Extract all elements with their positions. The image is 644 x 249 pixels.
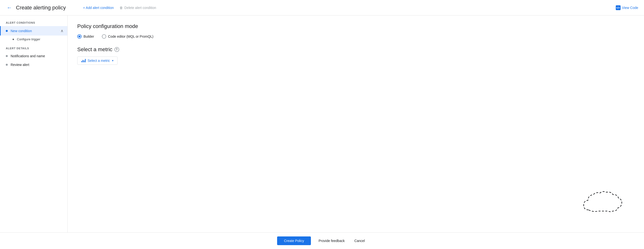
select-metric-title-text: Select a metric [77, 46, 112, 53]
help-icon[interactable]: ? [114, 47, 119, 52]
new-condition-label: New condition [10, 29, 58, 33]
configure-trigger-label: Configure trigger [17, 38, 40, 41]
code-editor-radio-label: Code editor (MQL or PromQL) [108, 35, 154, 38]
review-alert-label: Review alert [10, 63, 64, 67]
cancel-button[interactable]: Cancel [352, 236, 367, 245]
add-alert-condition-button[interactable]: + Add alert condition [83, 6, 114, 10]
chevron-up-icon: ∧ [60, 29, 64, 33]
builder-radio-circle [77, 34, 82, 39]
config-mode-radio-group: Builder Code editor (MQL or PromQL) [77, 34, 634, 39]
sidebar-item-new-condition[interactable]: New condition ∧ [0, 26, 67, 36]
sidebar-item-configure-trigger[interactable]: Configure trigger [0, 36, 67, 43]
active-dot-icon [6, 30, 8, 32]
alert-details-section-title: ALERT DETAILS [0, 47, 67, 50]
select-metric-section-title: Select a metric ? [77, 46, 634, 53]
inactive-dot-icon-2 [6, 64, 8, 66]
create-policy-button[interactable]: Create Policy [277, 236, 311, 245]
header-actions: + Add alert condition 🗑 Delete alert con… [74, 6, 616, 10]
builder-radio-option[interactable]: Builder [77, 34, 94, 39]
footer: Create Policy Provide feedback Cancel [0, 232, 644, 249]
view-code-button[interactable]: </> View Code [616, 5, 638, 10]
delete-condition-label: Delete alert condition [124, 6, 156, 10]
view-code-label: View Code [622, 6, 638, 10]
provide-feedback-button[interactable]: Provide feedback [317, 236, 346, 245]
alert-conditions-section-title: ALERT CONDITIONS [0, 21, 67, 24]
add-icon: + Add alert condition [83, 6, 114, 10]
trash-icon: 🗑 [120, 6, 123, 10]
page-title: Create alerting policy [16, 5, 66, 11]
inactive-dot-icon-1 [6, 55, 8, 57]
app-header: ← Create alerting policy + Add alert con… [0, 0, 644, 16]
code-editor-radio-circle [102, 34, 106, 39]
header-left: ← Create alerting policy [6, 4, 74, 12]
code-editor-radio-option[interactable]: Code editor (MQL or PromQL) [102, 34, 154, 39]
policy-config-title: Policy configuration mode [77, 23, 634, 30]
builder-radio-label: Builder [84, 35, 94, 38]
main-content: ALERT CONDITIONS New condition ∧ Configu… [0, 16, 644, 232]
notifications-label: Notifications and name [10, 54, 64, 58]
sidebar-item-notifications[interactable]: Notifications and name [0, 52, 67, 60]
content-area: Policy configuration mode Builder Code e… [68, 16, 644, 232]
sub-dot-icon [12, 39, 14, 40]
delete-alert-condition-button[interactable]: 🗑 Delete alert condition [120, 6, 156, 10]
back-arrow-icon: ← [7, 5, 12, 11]
select-metric-btn-label: Select a metric [88, 59, 110, 63]
header-right: </> View Code [616, 5, 638, 10]
cloud-illustration [581, 188, 625, 218]
sidebar-item-review-alert[interactable]: Review alert [0, 60, 67, 69]
back-button[interactable]: ← [6, 4, 13, 12]
dropdown-arrow-icon: ▾ [112, 59, 114, 62]
select-metric-button[interactable]: Select a metric ▾ [77, 57, 118, 65]
metric-bars-icon [81, 59, 86, 62]
sidebar: ALERT CONDITIONS New condition ∧ Configu… [0, 16, 68, 232]
view-code-icon: </> [616, 5, 620, 10]
